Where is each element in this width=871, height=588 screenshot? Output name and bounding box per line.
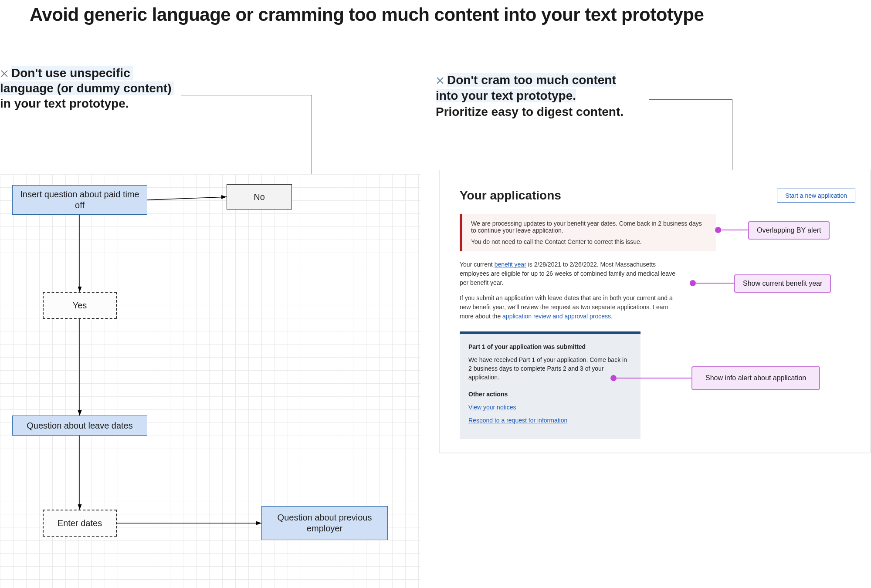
error-alert-p1: We are processing updates to your benefi… bbox=[471, 220, 707, 234]
body-paragraph-2: If you submit an application with leave … bbox=[460, 294, 683, 321]
left-caption-l3: in your text prototype. bbox=[0, 97, 129, 110]
flow-node-pto: Insert question about paid time off bbox=[12, 185, 147, 215]
error-alert-p2: You do not need to call the Contact Cent… bbox=[471, 238, 707, 245]
caption-connector-h bbox=[181, 95, 312, 95]
callout-dot-2 bbox=[690, 280, 696, 286]
mock-title: Your applications bbox=[460, 189, 561, 203]
left-caption-l2: language (or dummy content) bbox=[0, 81, 174, 95]
callout-line-1 bbox=[721, 230, 748, 230]
callout-dot-3 bbox=[610, 375, 617, 381]
flow-node-leave-dates: Question about leave dates bbox=[12, 416, 147, 436]
right-connector-h bbox=[649, 99, 732, 100]
flow-node-prev-employer: Question about previous employer bbox=[261, 506, 388, 540]
caption-connector-v bbox=[312, 95, 312, 174]
info-card: Part 1 of your application was submitted… bbox=[460, 331, 641, 439]
flow-node-enter-dates: Enter dates bbox=[43, 510, 117, 537]
info-card-title: Part 1 of your application was submitted bbox=[468, 343, 632, 351]
callout-overlapping-by: Overlapping BY alert bbox=[748, 221, 830, 240]
right-connector-v bbox=[732, 99, 732, 170]
page-title: Avoid generic language or cramming too m… bbox=[30, 4, 704, 25]
body-paragraph-1: Your current benefit year is 2/28/2021 t… bbox=[460, 260, 683, 287]
x-icon bbox=[436, 73, 444, 82]
left-caption-l1: Don't use unspecific bbox=[11, 66, 133, 80]
info-card-body: We have received Part 1 of your applicat… bbox=[468, 355, 632, 382]
right-caption-l2: into your text prototype. bbox=[436, 89, 576, 102]
view-notices-link[interactable]: View your notices bbox=[468, 404, 516, 411]
flowchart-area: Insert question about paid time off No Y… bbox=[0, 174, 420, 588]
start-application-button[interactable]: Start a new application bbox=[777, 189, 855, 203]
error-alert: We are processing updates to your benefi… bbox=[460, 214, 716, 251]
callout-info-alert: Show info alert about application bbox=[691, 366, 820, 390]
x-icon bbox=[0, 66, 9, 75]
mock-panel: Your applications Start a new applicatio… bbox=[439, 170, 871, 453]
right-caption: Don't cram too much content into your te… bbox=[436, 72, 624, 120]
benefit-year-link[interactable]: benefit year bbox=[495, 261, 526, 268]
callout-line-3 bbox=[617, 378, 691, 378]
callout-line-2 bbox=[696, 283, 734, 284]
right-caption-l1: Don't cram too much content bbox=[447, 73, 616, 87]
callout-dot-1 bbox=[715, 227, 721, 233]
svg-line-2 bbox=[147, 197, 227, 200]
right-caption-l3: Prioritize easy to digest content. bbox=[436, 105, 624, 118]
respond-request-link[interactable]: Respond to a request for information bbox=[468, 417, 567, 424]
other-actions-heading: Other actions bbox=[468, 390, 632, 399]
flow-node-yes: Yes bbox=[43, 292, 117, 319]
callout-current-benefit-year: Show current benefit year bbox=[734, 274, 831, 293]
left-caption: Don't use unspecific language (or dummy … bbox=[0, 65, 174, 111]
review-process-link[interactable]: application review and approval process bbox=[502, 313, 611, 320]
flow-node-no: No bbox=[227, 184, 292, 210]
